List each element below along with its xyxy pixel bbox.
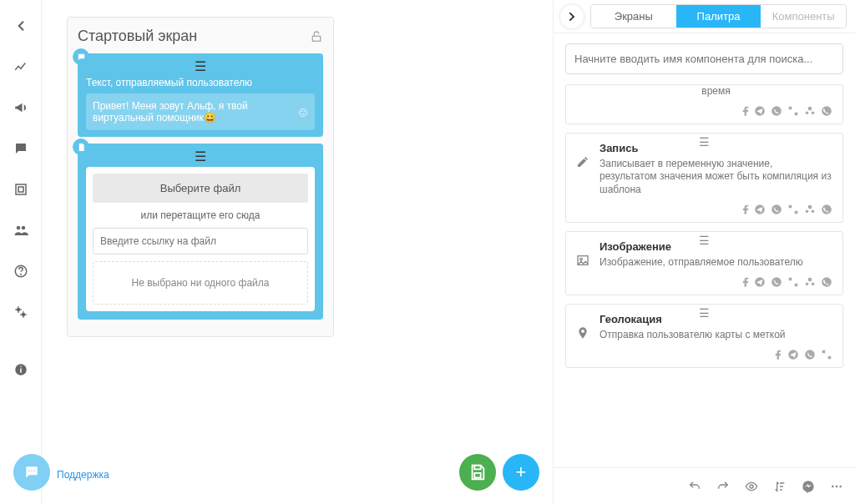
pin-icon (576, 325, 589, 340)
file-block[interactable]: ☰ Выберите файл или перетащите его сюда … (78, 144, 323, 320)
svg-rect-14 (312, 37, 320, 42)
screen-title: Стартовый экран (78, 28, 197, 45)
users-icon[interactable] (13, 221, 28, 239)
save-button[interactable] (459, 454, 496, 491)
file-empty-label: Не выбрано ни одного файла (93, 261, 308, 305)
svg-point-17 (304, 111, 305, 112)
svg-point-1 (20, 147, 22, 149)
svg-point-10 (21, 313, 25, 317)
svg-point-48 (839, 486, 842, 488)
svg-point-13 (20, 366, 22, 368)
add-button[interactable]: + (503, 454, 539, 491)
component-desc: Изображение, отправляемое пользователю (600, 256, 832, 270)
support-link[interactable]: Поддержка (57, 469, 109, 481)
component-title: Запись (600, 142, 832, 154)
networks-icons (600, 346, 832, 360)
svg-point-47 (836, 486, 838, 488)
svg-point-27 (812, 111, 815, 114)
more-icon[interactable] (830, 479, 843, 494)
svg-point-34 (822, 204, 832, 214)
file-icon (73, 139, 89, 155)
redo-icon[interactable] (716, 479, 730, 494)
networks-icons (600, 103, 832, 117)
preview-icon[interactable] (745, 479, 758, 494)
collapse-panel-button[interactable] (560, 5, 584, 28)
drag-handle-icon[interactable]: ☰ (86, 60, 315, 73)
svg-point-38 (772, 277, 782, 287)
panel-toolbar (554, 467, 855, 504)
messenger-icon[interactable] (802, 479, 815, 494)
file-dropzone: Выберите файл или перетащите его сюда Не… (86, 167, 315, 311)
sort-icon[interactable] (773, 479, 787, 494)
svg-point-25 (808, 107, 812, 111)
svg-point-32 (806, 210, 809, 214)
component-desc: Отправка пользователю карты с меткой (600, 329, 832, 342)
svg-point-21 (31, 471, 33, 472)
svg-point-31 (808, 205, 812, 209)
back-icon[interactable] (13, 17, 28, 34)
nav-sidebar (0, 0, 42, 504)
svg-point-16 (301, 111, 302, 112)
component-desc: Записывает в переменную значение, резуль… (600, 158, 832, 197)
svg-point-44 (805, 350, 815, 360)
undo-icon[interactable] (688, 479, 701, 494)
info-icon[interactable] (13, 360, 28, 378)
broadcast-icon[interactable] (13, 98, 28, 116)
text-block[interactable]: ☰ Текст, отправляемый пользователю Приве… (78, 53, 323, 137)
drag-handle-icon[interactable]: ☰ (699, 234, 710, 247)
svg-point-2 (23, 147, 24, 149)
svg-point-0 (18, 147, 19, 149)
stats-icon[interactable] (13, 58, 28, 75)
group-select-icon[interactable] (13, 180, 28, 198)
svg-rect-3 (16, 184, 26, 194)
right-panel: Экраны Палитра Компоненты время ☰ Запись… (553, 0, 855, 504)
svg-point-6 (21, 226, 25, 230)
component-title: Изображение (600, 240, 832, 253)
drag-handle-icon[interactable]: ☰ (86, 150, 315, 164)
svg-point-39 (808, 278, 812, 282)
svg-point-40 (806, 282, 809, 285)
networks-icons (600, 275, 832, 288)
comment-icon (73, 48, 89, 65)
component-item[interactable]: время (565, 84, 843, 124)
svg-rect-18 (474, 466, 480, 470)
help-icon[interactable] (13, 262, 28, 280)
tab-screens[interactable]: Экраны (591, 5, 676, 28)
settings-icon[interactable] (13, 303, 28, 320)
component-search-input[interactable] (565, 43, 843, 74)
drag-handle-icon[interactable]: ☰ (699, 135, 710, 149)
tab-components[interactable]: Компоненты (761, 5, 846, 28)
component-item[interactable]: ☰ Изображение Изображение, отправляемое … (565, 231, 843, 295)
chat-icon[interactable] (13, 139, 28, 157)
drop-hint: или перетащите его сюда (93, 209, 308, 221)
image-icon (576, 252, 589, 267)
svg-rect-4 (18, 187, 23, 192)
drag-handle-icon[interactable]: ☰ (699, 306, 710, 320)
svg-point-24 (772, 106, 782, 116)
svg-point-8 (20, 275, 21, 275)
component-item[interactable]: ☰ Геолокация Отправка пользователю карты… (565, 304, 843, 368)
networks-icons (600, 202, 832, 215)
file-url-input[interactable] (93, 228, 308, 255)
svg-point-36 (580, 258, 583, 260)
unlock-icon[interactable] (310, 29, 323, 44)
svg-point-30 (772, 204, 782, 214)
svg-point-45 (750, 485, 753, 488)
component-item[interactable]: ☰ Запись Записывает в переменную значени… (565, 133, 843, 223)
svg-point-42 (822, 277, 832, 287)
emoji-icon[interactable] (298, 106, 308, 118)
screen-card[interactable]: Стартовый экран ☰ Текст, отправляемый по… (67, 17, 334, 337)
support-chat-button[interactable] (13, 454, 50, 491)
svg-point-26 (806, 111, 809, 114)
tab-palette[interactable]: Палитра (676, 5, 761, 28)
pencil-icon (576, 154, 589, 169)
svg-point-20 (28, 471, 30, 472)
component-title: Геолокация (600, 313, 832, 325)
svg-point-33 (812, 210, 815, 214)
choose-file-button[interactable]: Выберите файл (93, 174, 308, 203)
component-list: время ☰ Запись Записывает в переменную з… (554, 84, 855, 467)
svg-point-9 (16, 308, 20, 312)
svg-point-15 (300, 108, 307, 116)
message-preview[interactable]: Привет! Меня зовут Альф, я твой виртуаль… (86, 93, 315, 130)
svg-point-46 (832, 486, 834, 488)
